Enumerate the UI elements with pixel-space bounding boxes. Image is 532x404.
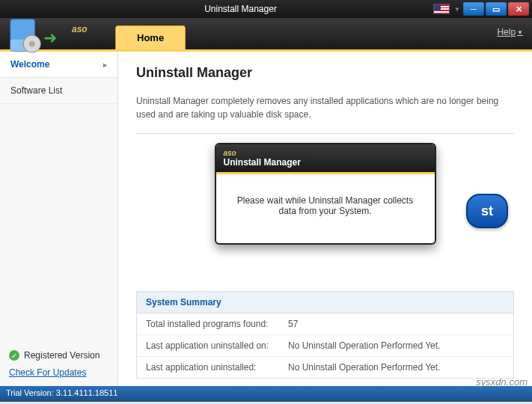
- progress-dialog: aso Uninstall Manager Please wait while …: [215, 143, 436, 245]
- summary-key: Total installed programs found:: [146, 319, 288, 329]
- page-description: Uninstall Manager completely removes any…: [136, 94, 514, 134]
- language-flag-icon[interactable]: [433, 4, 450, 14]
- summary-value: No Uninstall Operation Performed Yet.: [288, 340, 504, 351]
- chevron-down-icon[interactable]: ▼: [454, 6, 460, 13]
- title-bar: Uninstall Manager ▼ ─ ▭ ✕: [0, 0, 532, 18]
- main-area: Welcome ▸ Software List ✓ Registered Ver…: [0, 49, 532, 386]
- sidebar-item-software-list[interactable]: Software List: [0, 78, 117, 104]
- summary-row: Last application uninstalled: No Uninsta…: [137, 357, 513, 378]
- chevron-right-icon: ▸: [103, 61, 107, 69]
- page-title: Uninstall Manager: [136, 65, 514, 81]
- summary-key: Last application uninstalled:: [146, 362, 288, 373]
- maximize-button[interactable]: ▭: [486, 2, 507, 16]
- sidebar: Welcome ▸ Software List ✓ Registered Ver…: [0, 52, 118, 386]
- minimize-button[interactable]: ─: [463, 2, 484, 16]
- dialog-title: Uninstall Manager: [224, 157, 427, 168]
- middle-area: st aso Uninstall Manager Please wait whi…: [136, 143, 514, 282]
- tab-home[interactable]: Home: [115, 25, 186, 49]
- help-link[interactable]: Help ▼: [497, 27, 523, 37]
- menu-bar: ➜ aso Home Help ▼: [0, 18, 532, 49]
- system-summary: System Summary Total installed programs …: [136, 291, 514, 379]
- dialog-brand: aso: [224, 149, 427, 157]
- svg-point-3: [29, 41, 35, 47]
- status-text: Trial Version: 3.11.4111.18511: [6, 388, 117, 397]
- summary-row: Last application uninstalled on: No Unin…: [137, 335, 513, 357]
- watermark: sysxdn.com: [476, 376, 528, 388]
- summary-heading: System Summary: [137, 292, 513, 313]
- content-area: Uninstall Manager Uninstall Manager comp…: [118, 52, 532, 386]
- close-button[interactable]: ✕: [508, 2, 529, 16]
- summary-key: Last application uninstalled on:: [146, 340, 288, 351]
- check-icon: ✓: [9, 350, 19, 361]
- arrow-forward-icon: ➜: [43, 28, 57, 48]
- check-updates-link[interactable]: Check For Updates: [9, 367, 86, 378]
- sidebar-item-label: Welcome: [10, 59, 49, 70]
- registered-status: ✓ Registered Version: [9, 350, 108, 361]
- brand-label: aso: [72, 24, 88, 34]
- dialog-body: Please wait while Uninstall Manager coll…: [216, 174, 435, 243]
- sidebar-item-label: Software List: [10, 85, 62, 96]
- summary-value: 57: [288, 319, 504, 329]
- scan-button[interactable]: st: [466, 194, 508, 228]
- summary-row: Total installed programs found: 57: [137, 313, 513, 335]
- status-bar: Trial Version: 3.11.4111.18511: [0, 386, 532, 402]
- summary-value: No Uninstall Operation Performed Yet.: [288, 362, 504, 373]
- dialog-header: aso Uninstall Manager: [216, 144, 435, 172]
- window-title: Uninstall Manager: [48, 4, 433, 14]
- chevron-down-icon: ▼: [517, 29, 523, 36]
